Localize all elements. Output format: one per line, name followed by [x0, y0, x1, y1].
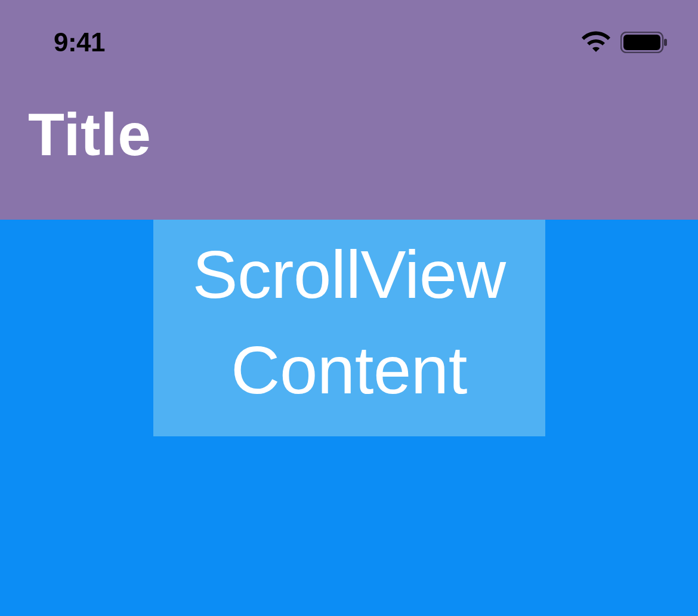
wifi-icon [581, 30, 611, 54]
page-title: Title [0, 60, 698, 169]
svg-rect-1 [623, 35, 660, 50]
status-indicators [581, 30, 668, 54]
content-text-line2: Content [153, 322, 545, 418]
scroll-view[interactable]: ScrollView Content [0, 220, 698, 436]
battery-icon [620, 32, 668, 53]
svg-rect-2 [664, 39, 667, 46]
scroll-view-content: ScrollView Content [153, 220, 545, 436]
status-time: 9:41 [54, 27, 105, 57]
navigation-header: 9:41 Title [0, 0, 698, 220]
status-bar: 9:41 [0, 0, 698, 60]
content-text-line1: ScrollView [153, 227, 545, 322]
